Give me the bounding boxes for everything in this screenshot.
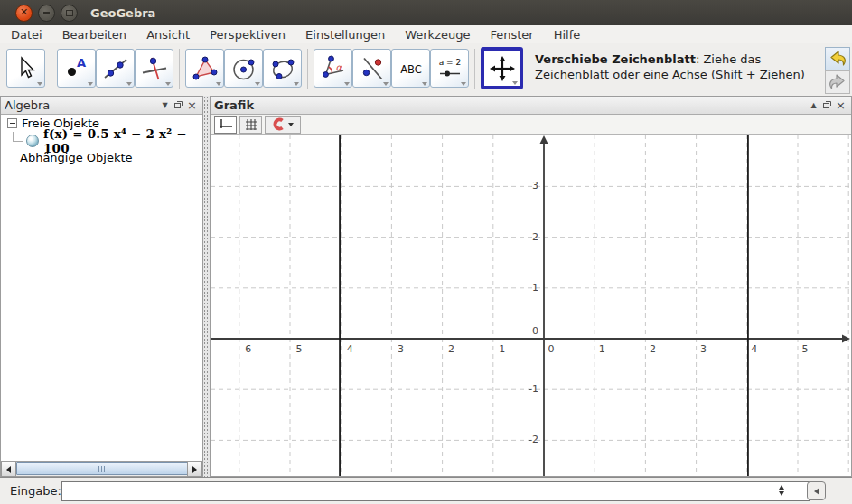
- svg-text:2: 2: [650, 343, 656, 355]
- right-arrow-icon: [192, 466, 197, 473]
- move-tool-button[interactable]: [6, 49, 45, 88]
- scroll-left-button[interactable]: [1, 462, 16, 477]
- grid-icon: [245, 118, 257, 131]
- line-tool-button[interactable]: [96, 49, 135, 88]
- graphics-view[interactable]: -6-5-4-3-2-10123453210-1-2: [211, 135, 851, 476]
- minimize-window-button[interactable]: [38, 5, 55, 22]
- svg-text:1: 1: [532, 282, 538, 294]
- toolbar-separator: [51, 49, 51, 89]
- svg-text:ABC: ABC: [400, 62, 422, 75]
- input-help-toggle-button[interactable]: [807, 481, 826, 500]
- title-bar[interactable]: ✕ GeoGebra: [0, 0, 852, 25]
- polygon-tool-button[interactable]: [185, 49, 224, 88]
- svg-text:-2: -2: [529, 434, 538, 445]
- algebra-close-icon[interactable]: ×: [185, 101, 199, 110]
- redo-button[interactable]: [825, 70, 850, 94]
- slider-tool-button[interactable]: a = 2: [430, 49, 469, 88]
- toolbar-help-text: Verschiebe Zeichenblatt: Ziehe das Zeich…: [535, 51, 833, 82]
- maximize-window-button[interactable]: [61, 5, 78, 22]
- function-list-item[interactable]: f(x) = 0.5 x⁴ − 2 x² − 100: [1, 132, 202, 149]
- graphics-undock-icon[interactable]: [820, 100, 834, 111]
- algebra-panel-header: Algebra ▼ ×: [1, 97, 202, 115]
- svg-text:a = 2: a = 2: [438, 58, 461, 67]
- perpendicular-line-tool-button[interactable]: [135, 49, 173, 88]
- svg-text:-5: -5: [293, 343, 303, 355]
- tree-connector: [13, 132, 23, 142]
- tool-dropdown-icon: [165, 82, 171, 86]
- angle-tool-button[interactable]: α: [314, 49, 352, 88]
- toolbar-separator: [179, 49, 180, 89]
- algebra-menu-arrow-icon[interactable]: ▼: [158, 101, 172, 109]
- graphics-close-icon[interactable]: ×: [834, 101, 847, 110]
- svg-text:3: 3: [700, 343, 707, 355]
- tool-dropdown-icon: [344, 82, 350, 86]
- tool-dropdown-icon: [461, 82, 466, 86]
- close-window-button[interactable]: ✕: [15, 5, 33, 22]
- move-graphics-view-tool-button[interactable]: [481, 47, 523, 89]
- toggle-axes-button[interactable]: [214, 116, 237, 134]
- move-view-icon: [489, 55, 516, 82]
- svg-text:1: 1: [599, 343, 605, 355]
- tool-dropdown-icon: [294, 82, 299, 86]
- menu-einstellungen[interactable]: Einstellungen: [295, 26, 395, 43]
- tool-dropdown-icon: [216, 82, 221, 86]
- svg-text:3: 3: [532, 180, 538, 191]
- tool-dropdown-icon: [422, 82, 427, 86]
- menu-perspektiven[interactable]: Perspektiven: [200, 26, 295, 43]
- scrollbar-thumb[interactable]: [16, 462, 188, 475]
- svg-text:2: 2: [532, 231, 538, 243]
- input-label: Eingabe:: [10, 484, 61, 498]
- text-tool-icon: ABC: [398, 55, 425, 82]
- menu-bearbeiten[interactable]: Bearbeiten: [52, 26, 136, 43]
- input-history-spinner[interactable]: [779, 485, 784, 496]
- svg-text:-2: -2: [445, 343, 454, 355]
- undo-button[interactable]: [825, 47, 850, 70]
- dropdown-arrow-icon: [288, 123, 294, 126]
- svg-text:-1: -1: [495, 343, 505, 355]
- axes-icon: [219, 118, 233, 131]
- history-down-icon: [779, 491, 784, 496]
- panel-splitter[interactable]: [203, 96, 210, 477]
- algebra-undock-icon[interactable]: [172, 100, 185, 111]
- menu-datei[interactable]: Datei: [1, 26, 52, 43]
- graphics-stylebar: [211, 115, 851, 135]
- line-icon: [102, 55, 129, 82]
- svg-text:A: A: [76, 56, 85, 70]
- point-capturing-magnet-icon: [272, 117, 286, 131]
- tool-dropdown-icon: [37, 82, 42, 86]
- help-tool-name: Verschiebe Zeichenblatt: [535, 52, 696, 66]
- tool-dropdown-icon: [512, 81, 518, 85]
- algebra-tree: Freie Objekte f(x) = 0.5 x⁴ − 2 x² − 100…: [1, 115, 202, 461]
- circle-icon: [230, 55, 257, 82]
- point-icon: A: [63, 55, 90, 82]
- ellipse-icon: [269, 55, 296, 82]
- window-controls: ✕: [15, 5, 78, 22]
- polygon-icon: [192, 55, 219, 82]
- collapse-node-icon[interactable]: [7, 118, 17, 128]
- algebra-panel-title: Algebra: [5, 98, 158, 112]
- toolbar-separator: [307, 49, 308, 89]
- tool-dropdown-icon: [88, 82, 93, 86]
- scroll-right-button[interactable]: [187, 462, 202, 477]
- reflect-tool-button[interactable]: [352, 49, 391, 88]
- point-capturing-button[interactable]: [265, 116, 301, 134]
- algebra-horizontal-scrollbar[interactable]: [1, 461, 202, 476]
- text-tool-button[interactable]: ABC: [391, 49, 430, 88]
- toolbar: A: [0, 43, 852, 97]
- reflect-icon: [359, 55, 386, 82]
- input-bar: Eingabe:: [0, 477, 852, 504]
- graphics-menu-arrow-icon[interactable]: ▲: [807, 101, 820, 109]
- tool-dropdown-icon: [255, 82, 260, 86]
- toggle-grid-button[interactable]: [239, 116, 262, 134]
- circle-tool-button[interactable]: [224, 49, 263, 88]
- left-arrow-icon: [6, 466, 11, 473]
- input-field[interactable]: [61, 481, 810, 501]
- menu-ansicht[interactable]: Ansicht: [136, 26, 200, 43]
- menu-hilfe[interactable]: Hilfe: [544, 26, 591, 43]
- graphics-view-svg[interactable]: -6-5-4-3-2-10123453210-1-2: [211, 135, 851, 476]
- menu-werkzeuge[interactable]: Werkzeuge: [395, 26, 480, 43]
- point-tool-button[interactable]: A: [57, 49, 96, 88]
- menu-fenster[interactable]: Fenster: [480, 26, 543, 43]
- object-visibility-marble-icon[interactable]: [26, 135, 39, 147]
- ellipse-tool-button[interactable]: [263, 49, 302, 88]
